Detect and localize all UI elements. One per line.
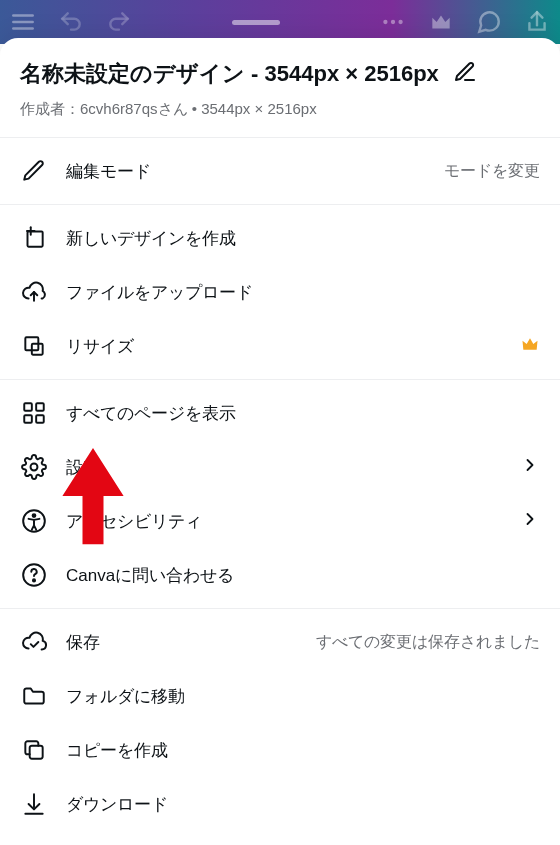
resize-icon	[20, 333, 48, 359]
svg-rect-11	[24, 403, 32, 411]
section-save: 保存 すべての変更は保存されました フォルダに移動 コピーを作成 ダウンロード	[0, 609, 560, 845]
edit-title-icon[interactable]	[453, 60, 477, 88]
new-design-icon	[20, 225, 48, 251]
sheet-grabber[interactable]	[232, 20, 280, 25]
svg-rect-12	[36, 403, 44, 411]
row-contact[interactable]: Canvaに問い合わせる	[0, 548, 560, 602]
share-icon[interactable]	[524, 9, 550, 35]
row-settings[interactable]: 設定	[0, 440, 560, 494]
design-meta: 作成者：6cvh6r87qsさん • 3544px × 2516px	[20, 100, 540, 119]
undo-icon[interactable]	[58, 9, 84, 35]
design-title: 名称未設定のデザイン - 3544px × 2516px	[20, 60, 439, 88]
svg-point-3	[383, 20, 387, 24]
svg-point-4	[391, 20, 395, 24]
row-edit-mode[interactable]: 編集モード モードを変更	[0, 144, 560, 198]
svg-point-17	[33, 514, 36, 517]
edit-mode-label: 編集モード	[66, 160, 426, 183]
accessibility-icon	[20, 508, 48, 534]
section-create: 新しいデザインを作成 ファイルをアップロード リサイズ	[0, 205, 560, 380]
contact-label: Canvaに問い合わせる	[66, 564, 540, 587]
folder-icon	[20, 683, 48, 709]
download-label: ダウンロード	[66, 793, 540, 816]
svg-point-15	[31, 464, 38, 471]
row-resize[interactable]: リサイズ	[0, 319, 560, 373]
row-all-pages[interactable]: すべてのページを表示	[0, 386, 560, 440]
menu-icon[interactable]	[10, 9, 36, 35]
settings-label: 設定	[66, 456, 502, 479]
gear-icon	[20, 454, 48, 480]
copy-label: コピーを作成	[66, 739, 540, 762]
comment-icon[interactable]	[476, 9, 502, 35]
copy-icon	[20, 737, 48, 763]
svg-rect-14	[36, 415, 44, 423]
premium-crown-icon	[520, 334, 540, 358]
svg-rect-6	[28, 232, 43, 247]
resize-label: リサイズ	[66, 335, 502, 358]
help-icon	[20, 562, 48, 588]
chevron-right-icon	[520, 509, 540, 533]
svg-rect-20	[30, 746, 43, 759]
all-pages-label: すべてのページを表示	[66, 402, 540, 425]
redo-icon[interactable]	[106, 9, 132, 35]
move-folder-label: フォルダに移動	[66, 685, 540, 708]
row-copy[interactable]: コピーを作成	[0, 723, 560, 777]
section-settings: すべてのページを表示 設定 アクセシビリティ Canvaに問い合わせる	[0, 380, 560, 609]
svg-point-5	[398, 20, 402, 24]
more-icon[interactable]	[380, 9, 406, 35]
upload-file-label: ファイルをアップロード	[66, 281, 540, 304]
grid-icon	[20, 400, 48, 426]
sheet-header: 名称未設定のデザイン - 3544px × 2516px 作成者：6cvh6r8…	[0, 38, 560, 138]
svg-rect-10	[32, 344, 43, 355]
svg-point-19	[33, 579, 35, 581]
svg-rect-13	[24, 415, 32, 423]
pencil-icon	[20, 158, 48, 184]
row-save[interactable]: 保存 すべての変更は保存されました	[0, 615, 560, 669]
upload-cloud-icon	[20, 279, 48, 305]
row-upload-file[interactable]: ファイルをアップロード	[0, 265, 560, 319]
save-label: 保存	[66, 631, 298, 654]
row-accessibility[interactable]: アクセシビリティ	[0, 494, 560, 548]
row-download[interactable]: ダウンロード	[0, 777, 560, 831]
chevron-right-icon	[520, 455, 540, 479]
row-move-folder[interactable]: フォルダに移動	[0, 669, 560, 723]
options-sheet: 名称未設定のデザイン - 3544px × 2516px 作成者：6cvh6r8…	[0, 38, 560, 845]
crown-icon[interactable]	[428, 9, 454, 35]
accessibility-label: アクセシビリティ	[66, 510, 502, 533]
row-new-design[interactable]: 新しいデザインを作成	[0, 211, 560, 265]
cloud-check-icon	[20, 629, 48, 655]
new-design-label: 新しいデザインを作成	[66, 227, 540, 250]
edit-mode-action[interactable]: モードを変更	[444, 161, 540, 182]
section-edit-mode: 編集モード モードを変更	[0, 138, 560, 205]
download-icon	[20, 791, 48, 817]
save-status: すべての変更は保存されました	[316, 632, 540, 653]
